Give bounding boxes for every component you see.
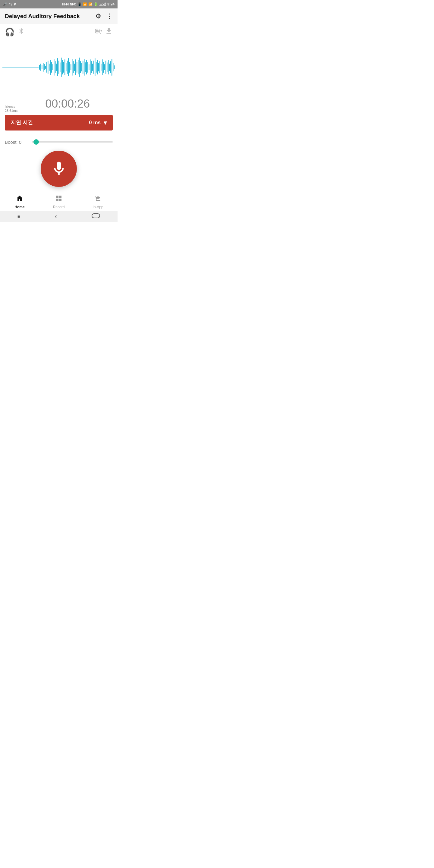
svg-rect-47 [95,58,96,76]
svg-rect-49 [97,60,98,74]
svg-rect-19 [61,58,62,77]
svg-rect-11 [51,62,52,73]
svg-rect-40 [86,60,87,74]
svg-rect-62 [113,63,114,71]
svg-rect-12 [53,64,53,70]
nav-home[interactable]: Home [0,193,39,211]
svg-rect-56 [105,61,106,74]
svg-rect-43 [90,59,91,75]
nav-inapp[interactable]: In-App [79,193,118,211]
icon-row-left: 🎧 [5,27,25,37]
slider-track [32,141,113,143]
home-icon [16,195,23,204]
svg-rect-53 [102,59,103,75]
recent-apps-button[interactable]: ■ [18,214,20,219]
svg-rect-1 [39,65,40,70]
svg-rect-3 [41,65,42,69]
nav-record[interactable]: Record [39,193,79,211]
svg-rect-39 [85,62,86,72]
download-icon[interactable] [105,27,113,37]
svg-rect-34 [79,58,80,77]
svg-rect-58 [108,60,109,74]
inapp-icon [94,195,101,204]
svg-rect-35 [80,61,81,73]
svg-rect-4 [43,63,44,72]
svg-rect-60 [110,61,111,73]
svg-rect-28 [72,59,73,76]
svg-rect-50 [98,63,99,71]
wifi-icon: 📶 [83,2,87,6]
slider-fill [32,141,113,143]
home-button[interactable] [92,213,100,220]
svg-rect-52 [101,64,101,71]
slider-thumb[interactable] [33,139,39,145]
hifi-icon: HI-FI [62,3,69,6]
boost-label: Boost: 0 [5,140,26,145]
waveform-visualization [2,55,115,79]
svg-rect-13 [54,59,55,76]
status-left-icons: 🎤 ⇆ P [3,2,16,6]
svg-rect-16 [57,58,58,76]
svg-rect-10 [50,60,51,75]
svg-rect-14 [55,61,56,73]
nav-inapp-label: In-App [93,205,103,209]
svg-rect-17 [59,61,59,74]
svg-rect-5 [44,64,45,70]
svg-rect-48 [96,62,97,73]
usb-status-icon: ⇆ [9,2,12,6]
status-right-icons: HI-FI NFC 📳 📶 📶 🔋 오전 3:24 [62,2,115,7]
bottom-nav: Home Record In-App [0,193,118,211]
record-nav-icon [55,195,62,204]
waveform-area [0,40,118,94]
svg-rect-8 [48,61,49,74]
svg-rect-44 [91,61,92,73]
timer-display: 00:00:26 [22,97,113,110]
svg-rect-30 [74,64,75,71]
more-button[interactable]: ⋮ [106,12,113,20]
svg-rect-2 [40,64,41,71]
svg-rect-7 [46,62,47,73]
svg-rect-63 [114,65,115,69]
record-button[interactable] [41,151,77,187]
svg-rect-27 [70,64,71,70]
icon-row: 🎧 [0,24,118,40]
svg-rect-37 [83,61,84,74]
boost-slider[interactable] [32,141,113,143]
bluetooth-icon[interactable] [18,28,25,36]
svg-rect-55 [104,64,105,70]
svg-rect-51 [99,61,100,73]
delay-label: 지연 시간 [11,119,33,126]
chevron-down-icon: ▾ [104,119,107,126]
app-bar-icons: ⚙ ⋮ [95,12,113,20]
settings-button[interactable]: ⚙ [95,12,101,20]
back-button[interactable]: ‹ [55,213,57,220]
svg-rect-31 [75,59,76,75]
svg-rect-61 [112,59,113,76]
svg-rect-23 [66,63,67,71]
nav-home-label: Home [14,205,24,209]
svg-rect-57 [107,62,107,72]
app-bar: Delayed Auditory Feedback ⚙ ⋮ [0,8,118,24]
app-title: Delayed Auditory Feedback [5,13,95,20]
signal-icon: 📶 [88,2,93,6]
svg-rect-18 [60,62,61,72]
svg-rect-46 [93,61,94,74]
speaker-icon[interactable] [94,27,102,37]
svg-rect-32 [76,62,78,73]
svg-rect-25 [68,58,69,76]
svg-rect-59 [109,64,110,71]
svg-rect-9 [49,64,50,71]
svg-rect-22 [64,59,65,75]
delay-dropdown-button[interactable]: 지연 시간 0 ms ▾ [5,115,113,130]
vibrate-icon: 📳 [78,2,82,6]
battery-icon: 🔋 [94,2,98,6]
record-area [0,148,118,193]
svg-rect-41 [87,62,88,73]
svg-rect-42 [89,64,90,70]
latency-block: latency 28.61ms [5,104,18,113]
system-nav: ■ ‹ [0,211,118,222]
svg-rect-21 [63,62,64,73]
headphone-icon[interactable]: 🎧 [5,27,14,37]
delay-value: 0 ms ▾ [89,119,107,126]
latency-label: latency [5,104,18,108]
